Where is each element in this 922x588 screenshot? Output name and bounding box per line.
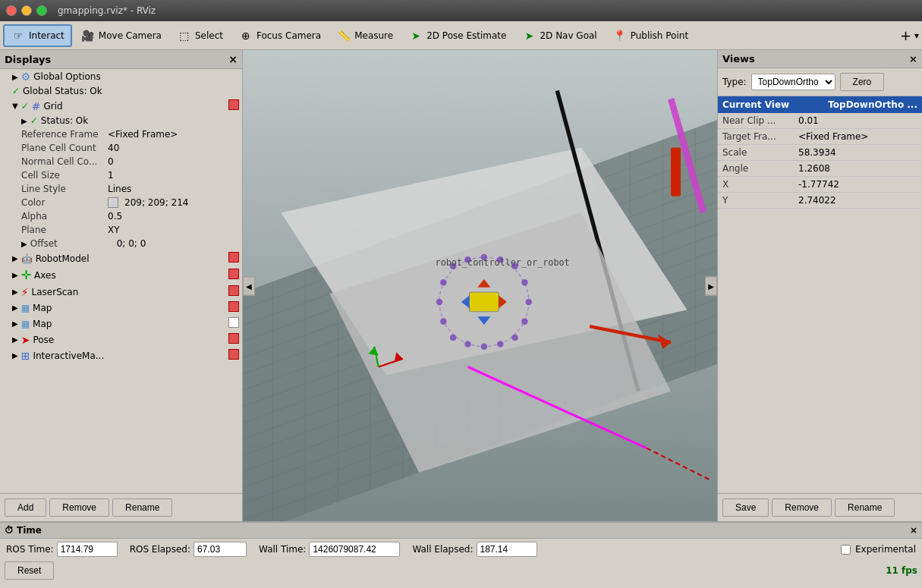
grid-checkbox[interactable]	[228, 99, 239, 112]
plane-cell-value[interactable]: 40	[108, 143, 119, 153]
display-global-status[interactable]: ✓ Global Status: Ok	[0, 84, 242, 98]
prop-cell-size: Cell Size 1	[0, 168, 242, 182]
map1-checkbox[interactable]	[228, 301, 239, 312]
wall-time-input[interactable]	[309, 542, 400, 557]
expand-global-options-icon[interactable]	[12, 73, 18, 81]
interact-button[interactable]: ☞ Interact	[3, 24, 72, 47]
views-header: Views ×	[718, 50, 922, 68]
svg-point-55	[521, 279, 528, 286]
grid-label: Grid	[44, 101, 63, 112]
pose-checkbox[interactable]	[228, 333, 239, 344]
wall-elapsed-input[interactable]	[477, 542, 537, 557]
y-value[interactable]: 2.74022	[798, 195, 836, 206]
robot-checkbox[interactable]	[228, 252, 239, 263]
views-close-button[interactable]: ×	[909, 53, 917, 64]
close-button[interactable]	[6, 5, 17, 16]
titlebar: gmapping.rviz* - RViz	[0, 0, 922, 21]
rename-display-button[interactable]: Rename	[112, 498, 172, 517]
expand-laser-icon[interactable]	[12, 288, 18, 296]
expand-grid-icon[interactable]	[12, 102, 18, 110]
normal-cell-value[interactable]: 0	[108, 156, 114, 167]
expand-interactive-icon[interactable]	[12, 351, 18, 360]
grid-enabled-checkbox[interactable]	[228, 99, 239, 110]
time-close-button[interactable]: ×	[910, 525, 917, 536]
displays-close-button[interactable]: ×	[228, 53, 238, 65]
wall-time-label: Wall Time:	[259, 544, 306, 555]
x-label: X	[722, 179, 798, 190]
scale-value[interactable]: 58.3934	[798, 147, 836, 158]
views-type-select[interactable]: TopDownOrtho	[751, 74, 835, 90]
display-global-options[interactable]: ⚙ Global Options	[0, 69, 242, 84]
maximize-button[interactable]	[36, 5, 47, 16]
scene-canvas: robot_controller_or_robot	[243, 50, 717, 521]
ros-elapsed-input[interactable]	[194, 542, 247, 557]
svg-point-46	[450, 335, 457, 341]
3d-viewport[interactable]: robot_controller_or_robot ◀ ▶	[243, 50, 717, 521]
cell-size-value[interactable]: 1	[108, 170, 114, 181]
rename-view-button[interactable]: Rename	[835, 498, 895, 517]
display-axes[interactable]: ✛ Axes	[0, 266, 242, 284]
reset-time-button[interactable]: Reset	[5, 561, 54, 580]
target-frame-value[interactable]: <Fixed Frame>	[798, 131, 868, 142]
select-button[interactable]: ⬚ Select	[170, 25, 230, 46]
views-zero-button[interactable]: Zero	[840, 73, 885, 91]
line-style-label: Line Style	[21, 184, 105, 194]
line-style-value[interactable]: Lines	[108, 184, 131, 194]
experimental-checkbox[interactable]	[841, 545, 851, 555]
interactive-checkbox[interactable]	[228, 349, 239, 360]
minimize-button[interactable]	[21, 5, 32, 16]
color-swatch[interactable]	[108, 197, 118, 208]
window-controls[interactable]	[6, 5, 47, 16]
ref-frame-value[interactable]: <Fixed Frame>	[108, 129, 178, 140]
display-grid[interactable]: ✓ # Grid	[0, 98, 242, 114]
display-pose[interactable]: ➤ Pose	[0, 332, 242, 347]
alpha-value[interactable]: 0.5	[108, 211, 122, 222]
views-bottom-bar: Save Remove Rename	[718, 493, 922, 521]
expand-axes-icon[interactable]	[12, 271, 18, 279]
viewport-right-arrow[interactable]: ▶	[705, 276, 717, 295]
offset-label: Offset	[30, 238, 114, 249]
tool-arrow-button[interactable]: ▾	[914, 30, 919, 41]
display-interactive-markers[interactable]: ⊞ InteractiveMa...	[0, 347, 242, 363]
views-panel: Views × Type: TopDownOrtho Zero Current …	[717, 50, 922, 521]
axes-icon: ✛	[21, 268, 31, 282]
measure-button[interactable]: 📏 Measure	[329, 25, 400, 46]
plane-cell-label: Plane Cell Count	[21, 143, 105, 153]
timebar: ⏱ Time × ROS Time: ROS Elapsed: Wall Tim…	[0, 521, 922, 565]
publish-point-button[interactable]: 📍 Publish Point	[606, 25, 695, 46]
display-grid-status[interactable]: ✓ Status: Ok	[0, 114, 242, 127]
x-value[interactable]: -1.77742	[798, 179, 839, 190]
display-laser-scan[interactable]: ⚡ LaserScan	[0, 284, 242, 300]
save-view-button[interactable]: Save	[722, 498, 769, 517]
expand-map1-icon[interactable]	[12, 303, 18, 312]
expand-offset-icon[interactable]	[21, 240, 27, 248]
map2-checkbox[interactable]	[228, 317, 239, 328]
remove-view-button[interactable]: Remove	[772, 498, 832, 517]
expand-robot-icon[interactable]	[12, 254, 18, 263]
plane-value[interactable]: XY	[108, 225, 120, 235]
viewport-left-arrow[interactable]: ◀	[243, 276, 255, 295]
view-prop-x: X -1.77742	[718, 177, 922, 193]
view-prop-near-clip: Near Clip ... 0.01	[718, 113, 922, 129]
display-map-1[interactable]: ▦ Map	[0, 300, 242, 316]
map2-label: Map	[33, 319, 52, 329]
move-camera-button[interactable]: 🎥 Move Camera	[74, 25, 168, 46]
svg-text:robot_controller_or_robot: robot_controller_or_robot	[436, 257, 570, 268]
near-clip-value[interactable]: 0.01	[798, 115, 819, 126]
display-map-2[interactable]: ▦ Map	[0, 316, 242, 332]
remove-display-button[interactable]: Remove	[49, 498, 109, 517]
laser-checkbox[interactable]	[228, 285, 239, 296]
add-tool-button[interactable]: +	[900, 27, 911, 43]
nav-goal-button[interactable]: ➤ 2D Nav Goal	[514, 25, 603, 46]
expand-pose-icon[interactable]	[12, 335, 18, 344]
display-robot-model[interactable]: 🤖 RobotModel	[0, 250, 242, 266]
expand-map2-icon[interactable]	[12, 319, 18, 328]
add-display-button[interactable]: Add	[5, 498, 46, 517]
ros-time-input[interactable]	[57, 542, 118, 557]
pose-estimate-button[interactable]: ➤ 2D Pose Estimate	[401, 25, 513, 46]
axes-checkbox[interactable]	[228, 269, 239, 279]
laser-scan-label: LaserScan	[32, 287, 79, 297]
expand-grid-status-icon[interactable]	[21, 117, 27, 125]
angle-value[interactable]: 1.2608	[798, 163, 830, 174]
focus-camera-button[interactable]: ⊕ Focus Camera	[231, 25, 328, 46]
